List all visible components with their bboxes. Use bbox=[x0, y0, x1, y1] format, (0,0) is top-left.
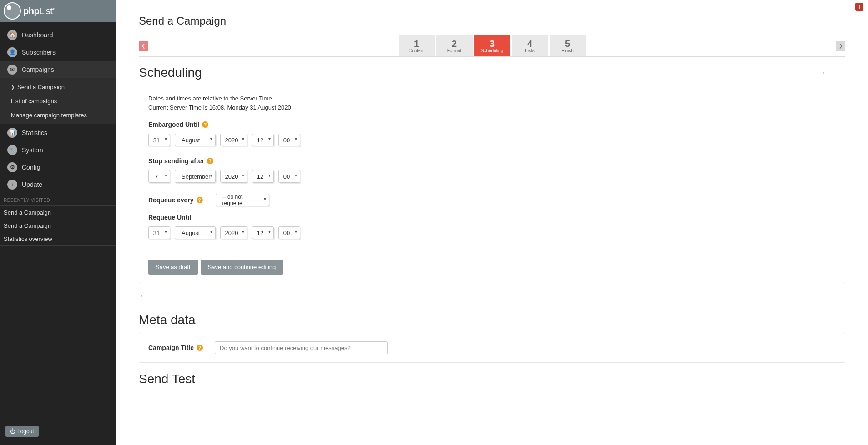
logo-icon bbox=[4, 2, 21, 20]
nav-statistics[interactable]: 📊 Statistics bbox=[0, 124, 116, 141]
step-finish[interactable]: 5 Finish bbox=[550, 35, 586, 56]
sidebar: phpList® 🏠 Dashboard 👤 Subscribers ✉ Cam… bbox=[0, 0, 116, 445]
bottom-arrow-nav: ← → bbox=[139, 291, 845, 301]
steps: 1 Content 2 Format 3 Scheduling 4 Lists … bbox=[399, 35, 586, 56]
recent-item[interactable]: Statistics overview bbox=[0, 232, 116, 245]
section-head: Scheduling ← → bbox=[139, 65, 845, 80]
send-test-heading: Send Test bbox=[139, 372, 845, 386]
requeue-until-selects: 31 August 2020 12 00 bbox=[148, 226, 836, 239]
chart-icon: 📊 bbox=[7, 128, 17, 138]
stop-sending-selects: 7 September 2020 12 00 bbox=[148, 170, 836, 183]
nav-config[interactable]: ⚙ Config bbox=[0, 159, 116, 176]
subnav-send-campaign[interactable]: ❯ Send a Campaign bbox=[0, 80, 116, 94]
subnav-list-campaigns[interactable]: List of campaigns bbox=[0, 94, 116, 108]
stop-day-select[interactable]: 7 bbox=[148, 170, 170, 183]
embargoed-month-select[interactable]: August bbox=[175, 134, 216, 146]
recent-item[interactable]: Send a Campaign bbox=[0, 206, 116, 219]
gear-icon: ⚙ bbox=[7, 162, 17, 172]
embargoed-day-select[interactable]: 31 bbox=[148, 134, 170, 146]
subnav-manage-templates[interactable]: Manage campaign templates bbox=[0, 108, 116, 122]
step-format[interactable]: 2 Format bbox=[436, 35, 473, 56]
save-buttons: Save as draft Save and continue editing bbox=[148, 260, 836, 275]
step-prev-button[interactable]: ❮ bbox=[139, 41, 148, 51]
campaign-title-label: Campaign Title ? bbox=[148, 344, 203, 351]
plus-icon: ＋ bbox=[7, 180, 17, 190]
save-draft-button[interactable]: Save as draft bbox=[148, 260, 198, 275]
wrench-icon: 🔧 bbox=[7, 145, 17, 155]
stop-minute-select[interactable]: 00 bbox=[278, 170, 300, 183]
recent-item[interactable]: Send a Campaign bbox=[0, 219, 116, 232]
step-scheduling[interactable]: 3 Scheduling bbox=[474, 35, 510, 56]
info-badge[interactable]: i bbox=[855, 3, 863, 11]
prev-arrow-icon[interactable]: ← bbox=[139, 291, 147, 301]
save-continue-button[interactable]: Save and continue editing bbox=[201, 260, 283, 275]
main-nav: 🏠 Dashboard 👤 Subscribers ✉ Campaigns ❯ … bbox=[0, 22, 116, 193]
stop-month-select[interactable]: September bbox=[175, 170, 216, 183]
sidebar-header: phpList® bbox=[0, 0, 116, 22]
nav-system[interactable]: 🔧 System bbox=[0, 141, 116, 159]
section-title: Scheduling bbox=[139, 65, 202, 80]
embargoed-label: Embargoed Until ? bbox=[148, 121, 208, 128]
stop-sending-field: Stop sending after ? 7 September 2020 12… bbox=[148, 157, 836, 183]
campaign-title-input[interactable] bbox=[215, 341, 388, 354]
help-icon[interactable]: ? bbox=[202, 121, 208, 128]
requeue-month-select[interactable]: August bbox=[175, 226, 216, 239]
chevron-right-icon: ❯ bbox=[839, 43, 843, 48]
recent-list: Send a Campaign Send a Campaign Statisti… bbox=[0, 205, 116, 246]
requeue-until-field: Requeue Until 31 August 2020 12 00 bbox=[148, 214, 836, 239]
meta-heading: Meta data bbox=[139, 313, 845, 327]
section-arrow-nav: ← → bbox=[821, 68, 845, 78]
nav-subscribers[interactable]: 👤 Subscribers bbox=[0, 44, 116, 61]
step-lists[interactable]: 4 Lists bbox=[512, 35, 548, 56]
step-content[interactable]: 1 Content bbox=[399, 35, 435, 56]
requeue-day-select[interactable]: 31 bbox=[148, 226, 170, 239]
requeue-every-field: Requeue every ? -- do not requeue bbox=[148, 194, 836, 206]
nav-dashboard[interactable]: 🏠 Dashboard bbox=[0, 26, 116, 44]
stop-year-select[interactable]: 2020 bbox=[220, 170, 247, 183]
logo-text: phpList® bbox=[23, 6, 55, 16]
recent-header: RECENTLY VISITED bbox=[0, 193, 116, 205]
info-icon: i bbox=[858, 4, 860, 10]
prev-arrow-icon[interactable]: ← bbox=[821, 68, 829, 78]
nav-update[interactable]: ＋ Update bbox=[0, 176, 116, 193]
next-arrow-icon[interactable]: → bbox=[155, 291, 163, 301]
meta-panel: Campaign Title ? bbox=[139, 333, 845, 363]
embargoed-field: Embargoed Until ? 31 August 2020 12 00 bbox=[148, 121, 836, 146]
requeue-every-select[interactable]: -- do not requeue bbox=[216, 194, 269, 206]
embargoed-selects: 31 August 2020 12 00 bbox=[148, 134, 836, 146]
page-title: Send a Campaign bbox=[139, 15, 845, 27]
power-icon: ⏻ bbox=[10, 428, 15, 435]
chevron-left-icon: ❮ bbox=[141, 43, 145, 48]
chevron-right-icon: ❯ bbox=[11, 85, 15, 90]
main-content: Send a Campaign ❮ 1 Content 2 Format 3 S… bbox=[116, 0, 868, 445]
nav-campaigns[interactable]: ✉ Campaigns bbox=[0, 61, 116, 78]
server-time-info: Dates and times are relative to the Serv… bbox=[148, 94, 836, 112]
stop-sending-label: Stop sending after ? bbox=[148, 157, 213, 165]
divider bbox=[148, 251, 836, 251]
scheduling-panel: Dates and times are relative to the Serv… bbox=[139, 85, 845, 283]
help-icon[interactable]: ? bbox=[207, 158, 213, 164]
help-icon[interactable]: ? bbox=[197, 197, 203, 203]
embargoed-minute-select[interactable]: 00 bbox=[278, 134, 300, 146]
home-icon: 🏠 bbox=[7, 30, 17, 40]
sidebar-footer: ⏻ Logout bbox=[0, 421, 116, 445]
next-arrow-icon[interactable]: → bbox=[837, 68, 845, 78]
step-next-button[interactable]: ❯ bbox=[836, 41, 845, 51]
requeue-minute-select[interactable]: 00 bbox=[278, 226, 300, 239]
logo[interactable]: phpList® bbox=[4, 2, 55, 20]
user-icon: 👤 bbox=[7, 47, 17, 57]
requeue-every-label: Requeue every ? bbox=[148, 196, 203, 204]
embargoed-year-select[interactable]: 2020 bbox=[220, 134, 247, 146]
campaigns-subnav: ❯ Send a Campaign List of campaigns Mana… bbox=[0, 78, 116, 124]
embargoed-hour-select[interactable]: 12 bbox=[252, 134, 274, 146]
help-icon[interactable]: ? bbox=[197, 345, 203, 351]
requeue-until-label: Requeue Until bbox=[148, 214, 191, 221]
stop-hour-select[interactable]: 12 bbox=[252, 170, 274, 183]
logout-button[interactable]: ⏻ Logout bbox=[5, 426, 39, 437]
requeue-year-select[interactable]: 2020 bbox=[220, 226, 247, 239]
requeue-hour-select[interactable]: 12 bbox=[252, 226, 274, 239]
mail-icon: ✉ bbox=[7, 65, 17, 75]
step-row: ❮ 1 Content 2 Format 3 Scheduling 4 List… bbox=[139, 35, 845, 57]
